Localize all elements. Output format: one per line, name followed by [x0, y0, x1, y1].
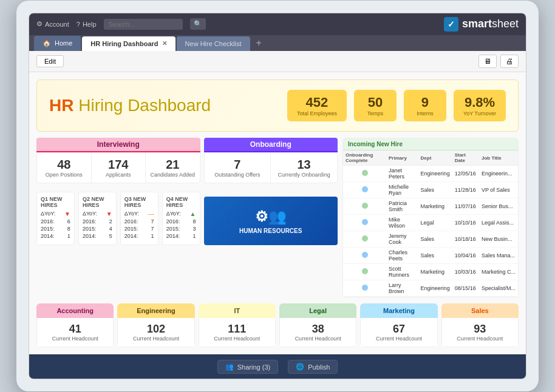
tab-close-icon[interactable]: ✕ [162, 40, 167, 47]
start-date-cell: 12/05/16 [452, 166, 479, 182]
edit-button[interactable]: Edit [36, 55, 64, 67]
dept-headcount-number: 111 [202, 323, 273, 336]
table-row: Scott Runners Marketing 10/03/16 Marketi… [343, 264, 518, 280]
dept-cell: Legal [418, 215, 452, 231]
hire-table-header-row: Onboarding Complete Primary Dept Start D… [343, 150, 518, 166]
table-row: Michelle Ryan Sales 11/28/16 VP of Sales [343, 182, 518, 198]
job-title-cell: VP of Sales [479, 182, 518, 198]
complete-indicator [362, 252, 368, 258]
add-tab-button[interactable]: + [251, 35, 267, 51]
sharing-button[interactable]: 👥 Sharing (3) [217, 360, 278, 374]
dept-headcount-label: Current Headcount [39, 336, 111, 342]
dept-headcount-number: 102 [120, 323, 191, 336]
main-content: HR Hiring Dashboard 452 Total Employees … [29, 72, 526, 354]
hire-table: Onboarding Complete Primary Dept Start D… [343, 150, 518, 297]
toolbar-right: 🖥 🖨 [478, 55, 519, 68]
onboarding-metrics: 7 Outstanding Offers 13 Currently Onboar… [204, 152, 338, 183]
start-date-cell: 10/10/16 [452, 215, 479, 231]
help-menu[interactable]: ? Help [77, 21, 97, 28]
job-title-cell: Engineerin... [479, 166, 518, 182]
hr-image-container: ⚙👥 HUMAN RESOURCES [204, 192, 338, 245]
dept-cell: Sales [418, 231, 452, 248]
dept-col-it: IT 111 Current Headcount [199, 303, 276, 347]
tab-home[interactable]: 🏠 Home [34, 36, 81, 51]
name-cell: Jeremy Cook [386, 231, 418, 248]
complete-cell [343, 166, 386, 182]
tab-hr-dashboard[interactable]: HR Hiring Dashboard ✕ [82, 36, 175, 51]
dept-cell: Sales [418, 182, 452, 198]
complete-cell [343, 264, 386, 280]
table-row: Patricia Smith Marketing 11/07/16 Senior… [343, 198, 518, 215]
dept-header-accounting: Accounting [36, 303, 114, 318]
tab-new-hire-checklist[interactable]: New Hire Checklist [177, 36, 250, 51]
dept-col-marketing: Marketing 67 Current Headcount [360, 303, 437, 347]
dept-col-sales: Sales 93 Current Headcount [441, 303, 519, 347]
search-button[interactable]: 🔍 [190, 18, 206, 30]
help-icon: ? [77, 21, 80, 28]
dept-cell: Marketing [418, 198, 452, 215]
stat-yoy-turnover: 9.8% YoY Turnover [454, 90, 506, 121]
middle-section: Interviewing 48 Open Positions 174 Appli… [36, 138, 519, 297]
col-dept: Dept [418, 150, 452, 166]
q3-new-hires: Q3 NEW HIRES ΔYoY: — 2016:7 2015:7 2014:… [120, 192, 158, 245]
dept-headcount-number: 93 [444, 323, 516, 336]
dept-cell: Engineering [418, 166, 452, 182]
start-date-cell: 11/28/16 [452, 182, 479, 198]
app-logo: ✓ smartsheet [444, 17, 519, 32]
open-positions-metric: 48 Open Positions [37, 153, 92, 183]
hire-table-body: Janet Peters Engineering 12/05/16 Engine… [343, 166, 518, 297]
complete-cell [343, 231, 386, 248]
top-nav: ⚙ Account ? Help 🔍 ✓ smartsheet [29, 13, 526, 35]
device-frame: ⚙ Account ? Help 🔍 ✓ smartsheet 🏠 Home H… [16, 1, 539, 391]
onboarding-section: Onboarding 7 Outstanding Offers 13 Curre… [204, 138, 338, 188]
table-row: Mike Wilson Legal 10/10/16 Legal Assis..… [343, 215, 518, 231]
complete-indicator [362, 186, 368, 192]
dept-headcount-label: Current Headcount [444, 336, 516, 342]
dept-header-engineering: Engineering [117, 303, 194, 318]
dept-headcount-label: Current Headcount [363, 336, 434, 342]
department-section: Accounting 41 Current Headcount Engineer… [36, 303, 519, 347]
stat-interns: 9 Interns [404, 90, 446, 121]
dept-headcount-label: Current Headcount [202, 336, 273, 342]
dept-header-marketing: Marketing [360, 303, 437, 318]
start-date-cell: 10/04/16 [452, 248, 479, 264]
dept-headcount-label: Current Headcount [120, 336, 191, 342]
dept-header-sales: Sales [441, 303, 519, 318]
dept-header-legal: Legal [279, 303, 356, 318]
name-cell: Mike Wilson [386, 215, 418, 231]
display-icon-button[interactable]: 🖥 [478, 55, 497, 68]
dept-cell: Engineering [418, 280, 452, 297]
tab-bar: 🏠 Home HR Hiring Dashboard ✕ New Hire Ch… [29, 35, 526, 51]
complete-cell [343, 248, 386, 264]
stat-temps: 50 Temps [354, 90, 397, 121]
publish-button[interactable]: 🌐 Publish [288, 360, 338, 374]
start-date-cell: 08/15/16 [452, 280, 479, 297]
q4-new-hires: Q4 NEW HIRES ΔYoY: ▲ 2016:8 2015:3 2014:… [162, 192, 200, 245]
complete-indicator [362, 203, 368, 209]
stat-total-employees: 452 Total Employees [287, 90, 347, 121]
complete-cell [343, 280, 386, 297]
complete-indicator [362, 235, 368, 242]
outstanding-offers-metric: 7 Outstanding Offers [205, 153, 271, 183]
interviewing-metrics: 48 Open Positions 174 Applicants 21 Cand… [36, 152, 200, 183]
complete-indicator [362, 170, 368, 176]
dept-headcount-label: Current Headcount [282, 336, 353, 342]
search-input[interactable] [104, 19, 183, 30]
job-title-cell: Marketing C... [479, 264, 518, 280]
table-row: Charles Peets Sales 10/04/16 Sales Mana.… [343, 248, 518, 264]
q1-new-hires: Q1 NEW HIRES ΔYoY: ▼ 2016:6 2015:8 2014:… [36, 192, 75, 245]
toolbar: Edit 🖥 🖨 [29, 51, 526, 72]
print-button[interactable]: 🖨 [500, 55, 519, 68]
name-cell: Charles Peets [386, 248, 418, 264]
dept-body-marketing: 67 Current Headcount [360, 318, 437, 347]
start-date-cell: 10/18/16 [452, 231, 479, 248]
job-title-cell: New Busin... [479, 231, 518, 248]
col-start-date: Start Date [452, 150, 479, 166]
account-menu[interactable]: ⚙ Account [36, 20, 69, 28]
complete-indicator [362, 268, 368, 274]
name-cell: Patricia Smith [386, 198, 418, 215]
table-row: Jeremy Cook Sales 10/18/16 New Busin... [343, 231, 518, 248]
dept-cell: Sales [418, 248, 452, 264]
complete-indicator [362, 285, 368, 291]
dept-cell: Marketing [418, 264, 452, 280]
